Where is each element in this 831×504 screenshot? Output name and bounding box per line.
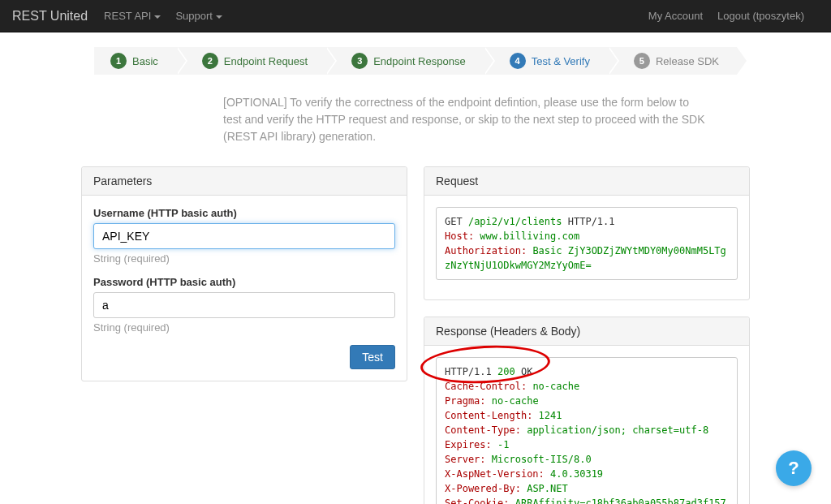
wizard-step-release-sdk[interactable]: 5Release SDK — [608, 47, 737, 75]
request-code: GET /api2/v1/clients HTTP/1.1 Host: www.… — [436, 207, 738, 280]
help-fab-button[interactable]: ? — [776, 450, 812, 486]
response-headers-code: HTTP/1.1 200 OK Cache-Control: no-cache … — [436, 357, 738, 504]
password-label: Password (HTTP basic auth) — [93, 276, 395, 288]
wizard-steps: 1Basic 2Endpoint Request 3Endpoint Respo… — [8, 47, 823, 75]
chevron-down-icon — [154, 15, 161, 19]
username-label: Username (HTTP basic auth) — [93, 207, 395, 219]
nav-logout[interactable]: Logout (tposzytek) — [717, 10, 804, 22]
username-help: String (required) — [93, 252, 395, 265]
nav-support[interactable]: Support — [175, 10, 222, 22]
wizard-step-test-verify[interactable]: 4Test & Verify — [484, 47, 608, 75]
intro-text: [OPTIONAL] To verify the correctness of … — [223, 94, 710, 145]
wizard-step-endpoint-request[interactable]: 2Endpoint Request — [176, 47, 325, 75]
response-panel: Response (Headers & Body) HTTP/1.1 200 O… — [424, 317, 750, 504]
parameters-heading: Parameters — [82, 167, 407, 196]
wizard-step-endpoint-response[interactable]: 3Endpoint Response — [325, 47, 483, 75]
test-button[interactable]: Test — [350, 345, 395, 369]
wizard-step-basic[interactable]: 1Basic — [94, 47, 176, 75]
brand[interactable]: REST United — [12, 9, 88, 24]
request-heading: Request — [424, 167, 749, 196]
response-heading: Response (Headers & Body) — [424, 317, 749, 346]
request-panel: Request GET /api2/v1/clients HTTP/1.1 Ho… — [424, 166, 750, 300]
nav-rest-api[interactable]: REST API — [104, 10, 161, 22]
question-icon: ? — [788, 458, 799, 479]
annotation-circle — [420, 342, 551, 386]
chevron-down-icon — [216, 15, 222, 19]
nav-my-account[interactable]: My Account — [648, 10, 703, 22]
username-input[interactable] — [93, 223, 395, 249]
parameters-panel: Parameters Username (HTTP basic auth) St… — [81, 166, 407, 381]
password-help: String (required) — [93, 321, 395, 334]
password-input[interactable] — [93, 292, 395, 318]
top-navbar: REST United REST API Support My Account … — [0, 0, 831, 32]
